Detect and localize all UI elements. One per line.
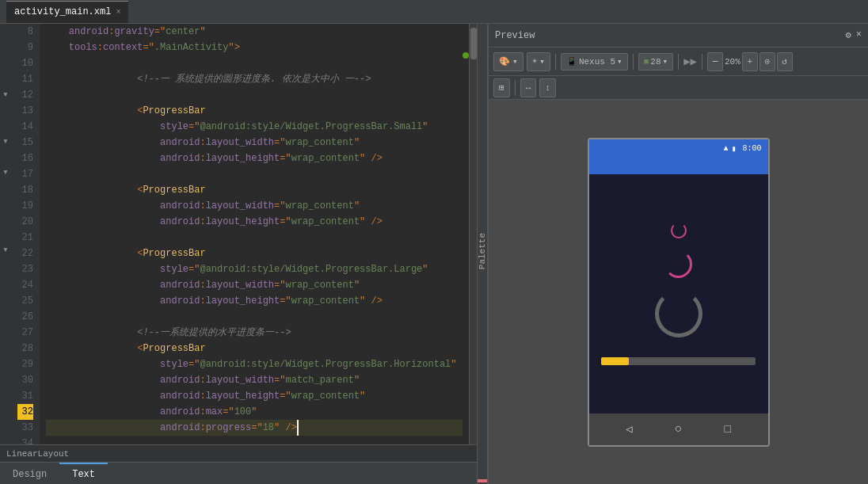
code-container: ▾ ▾ ▾ ▾ — [0, 24, 477, 444]
editor-tab[interactable]: activity_main.xml × — [6, 1, 128, 23]
breadcrumb: LinearLayout — [6, 449, 69, 459]
fold-icon-1[interactable]: ▾ — [0, 86, 11, 102]
chevron-apitheme-icon: ▾ — [539, 56, 545, 67]
progress-bar-container — [601, 357, 756, 365]
line-num-11: 11 — [17, 71, 33, 87]
editor-area: ▾ ▾ ▾ ▾ — [0, 24, 477, 484]
phone-content — [589, 174, 768, 413]
line-num-9: 9 — [17, 40, 33, 55]
tab-close-icon[interactable]: × — [116, 8, 120, 17]
fold-gutter: ▾ ▾ ▾ ▾ — [0, 24, 11, 444]
phone-action-bar — [589, 158, 768, 174]
fold-marker — [463, 52, 469, 59]
line-num-27: 27 — [17, 325, 33, 341]
zoom-percent: 20% — [725, 57, 740, 67]
theme-btn[interactable]: 🎨 ▾ — [493, 52, 523, 71]
scroll-thumb[interactable] — [470, 28, 477, 59]
code-line-8: android:gravity="center" — [46, 24, 463, 40]
preview-title: Preview — [495, 30, 535, 41]
line-num-12: 12 — [17, 87, 33, 103]
spinner-small — [671, 223, 687, 238]
spinner-large — [655, 290, 702, 337]
tab-label: activity_main.xml — [14, 6, 111, 17]
line-num-14: 14 — [17, 119, 33, 135]
line-numbers: 8 9 10 11 12 13 14 15 16 17 18 19 20 21 … — [11, 24, 40, 444]
palette-indicator — [478, 479, 487, 482]
bottom-tabs: Design Text — [0, 462, 477, 484]
line-num-17: 17 — [17, 166, 33, 182]
nav-back-icon: ◁ — [626, 422, 632, 436]
layout-toggle-btn[interactable]: ⊞ — [493, 78, 510, 97]
line-num-34: 34 — [17, 436, 33, 444]
nav-recent-icon: □ — [724, 423, 730, 436]
line-num-10: 10 — [17, 55, 33, 71]
line-num-26: 26 — [17, 309, 33, 325]
device-dropdown[interactable]: 📱 Nexus 5 ▾ — [561, 53, 628, 71]
phone-preview-area: ▲ ▮ 8:00 — [489, 100, 868, 484]
refresh-btn[interactable]: ↺ — [777, 52, 793, 71]
separator-2 — [633, 54, 634, 70]
preview-toolbar: 🎨 ▾ ☀ ▾ 📱 Nexus 5 ▾ — [489, 48, 868, 76]
zoom-in-btn[interactable]: + — [742, 52, 758, 71]
zoom-out-btn[interactable]: − — [707, 52, 723, 71]
code-editor[interactable]: android:gravity="center" tools:context="… — [40, 24, 469, 444]
separator-5 — [515, 80, 516, 96]
battery-icon: ▮ — [731, 144, 736, 154]
code-line-24: android:layout_height="wrap_content" /> — [46, 293, 463, 309]
line-num-33: 33 — [17, 420, 33, 436]
separator-1 — [555, 54, 556, 70]
more-options-btn[interactable]: ▶▶ — [683, 55, 697, 68]
code-line-15: android:layout_height="wrap_content" /> — [46, 151, 463, 166]
preview-header-icons: ⚙ × — [846, 29, 862, 41]
line-num-8: 8 — [17, 24, 33, 40]
wifi-icon: ▲ — [723, 144, 728, 153]
align-v-btn[interactable]: ↕ — [539, 78, 556, 97]
code-line-32: android:progress="18" /> — [46, 420, 463, 436]
preview-toolbar2: ⊞ ↔ ↕ — [489, 76, 868, 100]
separator-4 — [702, 54, 702, 70]
tab-design[interactable]: Design — [0, 463, 59, 485]
spinner-medium — [664, 250, 692, 278]
line-num-15: 15 — [17, 135, 33, 151]
zoom-controls: − 20% + ⊙ ↺ — [707, 52, 793, 71]
scroll-track[interactable] — [469, 24, 477, 444]
palette-sidebar: Palette — [477, 24, 488, 484]
api-label: 28 — [650, 57, 661, 67]
line-num-25: 25 — [17, 293, 33, 309]
code-line-comment1: <!--一 系统提供的圆形进度条. 依次是大中小 一--> — [46, 71, 463, 87]
fold-icon-4[interactable]: ▾ — [0, 242, 11, 257]
line-num-28: 28 — [17, 341, 33, 356]
line-num-19: 19 — [17, 198, 33, 214]
fold-icon-2[interactable]: ▾ — [0, 133, 11, 149]
fold-icon-3[interactable]: ▾ — [0, 164, 11, 180]
line-num-24: 24 — [17, 277, 33, 293]
line-num-32: 32 — [17, 404, 33, 420]
separator-3 — [678, 54, 679, 70]
api-theme-btn[interactable]: ☀ ▾ — [527, 52, 550, 71]
palette-label: Palette — [478, 230, 487, 272]
line-num-21: 21 — [17, 230, 33, 246]
chevron-api-icon: ▾ — [663, 56, 668, 67]
phone-frame: ▲ ▮ 8:00 — [588, 138, 770, 447]
nav-home-icon: ○ — [675, 422, 683, 436]
line-num-16: 16 — [17, 151, 33, 166]
api-theme-icon: ☀ — [532, 56, 538, 67]
preview-header: Preview ⚙ × — [489, 24, 868, 48]
tab-text[interactable]: Text — [59, 463, 108, 485]
device-phone-icon: 📱 — [566, 56, 577, 67]
line-num-30: 30 — [17, 372, 33, 388]
chevron-device-icon: ▾ — [617, 56, 622, 67]
settings-gear-icon[interactable]: ⚙ — [846, 29, 851, 41]
api-dropdown[interactable]: ■ 28 ▾ — [638, 53, 673, 71]
line-num-18: 18 — [17, 182, 33, 198]
settings-close-icon[interactable]: × — [856, 29, 862, 41]
device-label: Nexus 5 — [579, 57, 615, 67]
line-num-20: 20 — [17, 214, 33, 230]
breadcrumb-bar: LinearLayout — [0, 444, 477, 462]
progress-bar-fill — [601, 357, 629, 365]
zoom-fit-btn[interactable]: ⊙ — [760, 52, 775, 71]
line-num-29: 29 — [17, 356, 33, 372]
preview-panel: Preview ⚙ × 🎨 ▾ ☀ ▾ — [488, 24, 868, 484]
line-num-13: 13 — [17, 103, 33, 119]
align-h-btn[interactable]: ↔ — [520, 78, 537, 97]
